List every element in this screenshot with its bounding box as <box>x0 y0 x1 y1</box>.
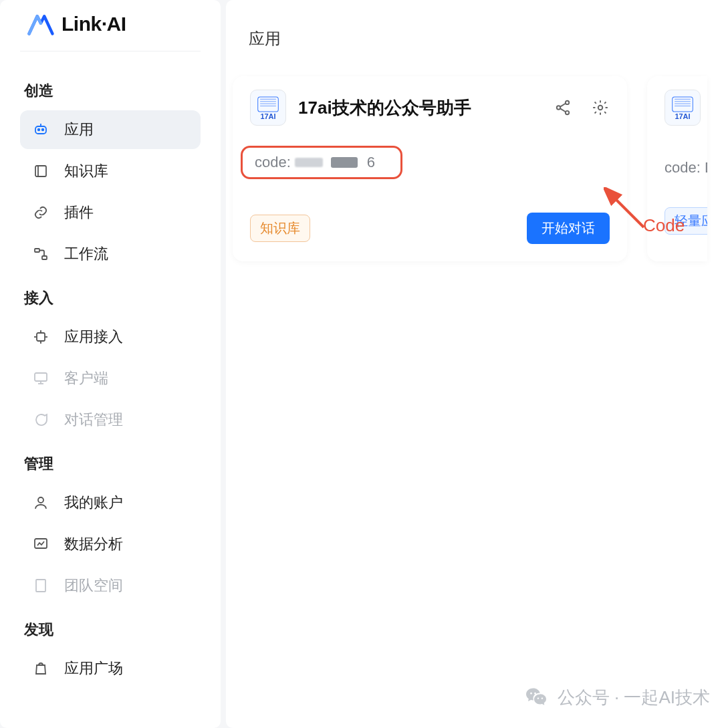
sidebar-item-app-access[interactable]: 应用接入 <box>20 318 201 356</box>
app-card[interactable]: 17AI 17ai技术的公众号助手 code: <box>233 76 627 261</box>
nav-label: 我的账户 <box>64 493 123 513</box>
redacted-segment <box>331 157 358 168</box>
nav-label: 工作流 <box>64 244 108 264</box>
svg-point-1 <box>38 129 40 131</box>
svg-rect-18 <box>36 580 45 592</box>
svg-line-28 <box>560 108 566 112</box>
tag-light-app[interactable]: 轻量应用 <box>665 207 707 235</box>
start-chat-button[interactable]: 开始对话 <box>527 213 610 244</box>
sidebar-item-knowledge[interactable]: 知识库 <box>20 152 201 191</box>
flow-icon <box>32 245 49 263</box>
sidebar-item-marketplace[interactable]: 应用广场 <box>20 649 201 688</box>
redacted-segment <box>295 158 323 167</box>
sidebar-item-team[interactable]: 团队空间 <box>20 566 201 605</box>
nav-label: 应用接入 <box>64 327 123 347</box>
app-avatar: 17AI <box>250 90 286 126</box>
svg-rect-7 <box>42 256 47 259</box>
watermark: 公众号 · 一起AI技术 <box>523 684 710 711</box>
svg-rect-4 <box>35 166 46 176</box>
nav-label: 应用广场 <box>64 658 123 679</box>
svg-point-16 <box>38 497 43 503</box>
sidebar-item-chat-mgmt[interactable]: 对话管理 <box>20 400 201 439</box>
app-code-highlight: code: 6 <box>241 146 402 179</box>
tag-knowledge-base[interactable]: 知识库 <box>250 215 310 242</box>
sidebar-section-manage: 管理 <box>24 454 201 474</box>
wechat-icon <box>523 684 550 711</box>
nav-label: 应用 <box>64 120 94 140</box>
main-content: 应用 17AI 17ai技术的公众号助手 <box>226 0 722 728</box>
brand-name: Link·AI <box>62 13 126 35</box>
svg-rect-8 <box>37 333 45 341</box>
nav-label: 对话管理 <box>64 410 123 430</box>
nav-label: 数据分析 <box>64 534 123 554</box>
gear-icon[interactable] <box>591 98 610 117</box>
app-avatar: 17AI <box>665 90 701 126</box>
page-title: 应用 <box>226 11 722 76</box>
user-icon <box>32 494 49 511</box>
sidebar-item-workflow[interactable]: 工作流 <box>20 235 201 273</box>
app-card[interactable]: 17AI code: D 轻量应用 <box>647 76 707 261</box>
nav-label: 知识库 <box>64 161 108 181</box>
sidebar-section-access: 接入 <box>24 288 201 308</box>
analytics-icon <box>32 535 49 553</box>
robot-icon <box>32 121 49 138</box>
sidebar-item-apps[interactable]: 应用 <box>20 110 201 149</box>
sidebar-item-account[interactable]: 我的账户 <box>20 483 201 522</box>
nav-label: 客户端 <box>64 368 108 388</box>
link-icon <box>32 204 49 221</box>
svg-rect-6 <box>35 249 39 252</box>
svg-rect-13 <box>35 373 47 381</box>
chat-icon <box>32 411 49 429</box>
sidebar-section-discover: 发现 <box>24 620 201 640</box>
svg-point-29 <box>598 106 603 110</box>
app-title: 17ai技术的公众号助手 <box>298 96 542 120</box>
chip-icon <box>32 328 49 346</box>
watermark-text: 公众号 · 一起AI技术 <box>558 686 710 709</box>
nav-label: 插件 <box>64 203 94 223</box>
share-icon[interactable] <box>554 98 572 117</box>
svg-line-27 <box>560 104 566 107</box>
book-icon <box>32 162 49 180</box>
svg-rect-0 <box>35 126 46 134</box>
sidebar-item-analytics[interactable]: 数据分析 <box>20 525 201 564</box>
sidebar-item-plugins[interactable]: 插件 <box>20 193 201 232</box>
app-code: code: D <box>665 159 707 176</box>
sidebar-section-create: 创造 <box>24 81 201 101</box>
brand-logo[interactable]: Link·AI <box>20 12 201 51</box>
code-prefix: code: <box>255 154 291 171</box>
sidebar-item-client[interactable]: 客户端 <box>20 359 201 398</box>
monitor-icon <box>32 370 49 387</box>
nav-label: 团队空间 <box>64 576 123 596</box>
bag-icon <box>32 660 49 677</box>
building-icon <box>32 577 49 594</box>
code-suffix: 6 <box>367 154 376 171</box>
sidebar: Link·AI 创造 应用 知识库 <box>0 0 221 728</box>
logo-mark-icon <box>27 12 55 36</box>
svg-point-2 <box>42 129 44 131</box>
